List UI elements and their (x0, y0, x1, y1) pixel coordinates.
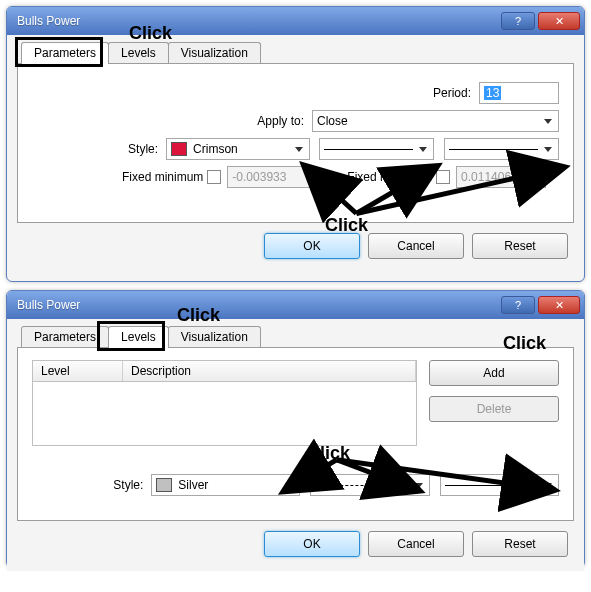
help-button[interactable]: ? (501, 12, 535, 30)
ok-button[interactable]: OK (264, 233, 360, 259)
bulls-power-dialog-parameters: Bulls Power ? ✕ Parameters Levels Visual… (6, 6, 585, 282)
style-line-select[interactable] (310, 474, 429, 496)
dialog-buttons: OK Cancel Reset (17, 223, 574, 263)
style-width-select[interactable] (440, 474, 559, 496)
levels-grid-header: Level Description (32, 360, 417, 382)
fixed-min-checkbox[interactable] (207, 170, 221, 184)
delete-button[interactable]: Delete (429, 396, 559, 422)
period-value: 13 (484, 86, 501, 100)
style-color-swatch (171, 142, 187, 156)
close-button[interactable]: ✕ (538, 296, 580, 314)
highlight-parameters-tab (15, 37, 103, 67)
window-title: Bulls Power (17, 14, 501, 28)
period-label: Period: (419, 86, 479, 100)
window-title: Bulls Power (17, 298, 501, 312)
reset-button[interactable]: Reset (472, 233, 568, 259)
parameters-panel: Period: 13 Apply to: Close Style: Crimso… (17, 63, 574, 223)
style-color-swatch (156, 478, 172, 492)
add-button[interactable]: Add (429, 360, 559, 386)
tab-parameters[interactable]: Parameters (21, 326, 109, 348)
ok-button[interactable]: OK (264, 531, 360, 557)
annotation-click-tab: Click (129, 23, 172, 44)
titlebar[interactable]: Bulls Power ? ✕ (7, 7, 584, 35)
close-button[interactable]: ✕ (538, 12, 580, 30)
reset-button[interactable]: Reset (472, 531, 568, 557)
cancel-button[interactable]: Cancel (368, 531, 464, 557)
tab-visualization[interactable]: Visualization (168, 42, 261, 64)
line-width-icon (449, 149, 538, 150)
style-label: Style: (32, 142, 166, 156)
fixed-min-label: Fixed minimum (122, 170, 203, 184)
bulls-power-dialog-levels: Bulls Power ? ✕ Parameters Levels Visual… (6, 290, 585, 568)
style-width-select[interactable] (444, 138, 559, 160)
fixed-max-label: Fixed maximum (347, 170, 432, 184)
style-color-select[interactable]: Silver (151, 474, 300, 496)
style-label: Style: (32, 478, 151, 492)
levels-panel: Level Description Add Delete Style: Silv… (17, 347, 574, 521)
cancel-button[interactable]: Cancel (368, 233, 464, 259)
applyto-select[interactable]: Close (312, 110, 559, 132)
line-sample-icon (324, 149, 413, 150)
levels-grid-body[interactable] (32, 382, 417, 446)
line-dash-icon (315, 485, 408, 486)
tab-strip: Parameters Levels Visualization (21, 41, 574, 63)
applyto-label: Apply to: (32, 114, 312, 128)
fixed-max-input[interactable]: 0.011406 (456, 166, 546, 188)
annotation-click-style: Click (307, 443, 350, 464)
col-description: Description (123, 361, 416, 381)
applyto-value: Close (317, 114, 348, 128)
style-color-name: Silver (178, 478, 208, 492)
help-button[interactable]: ? (501, 296, 535, 314)
annotation-click-add: Click (503, 333, 546, 354)
dialog-buttons: OK Cancel Reset (17, 521, 574, 561)
style-line-select[interactable] (319, 138, 434, 160)
titlebar[interactable]: Bulls Power ? ✕ (7, 291, 584, 319)
period-input[interactable]: 13 (479, 82, 559, 104)
tab-visualization[interactable]: Visualization (168, 326, 261, 348)
annotation-click-style: Click (325, 215, 368, 236)
style-color-select[interactable]: Crimson (166, 138, 310, 160)
line-width-icon (445, 485, 538, 486)
col-level: Level (33, 361, 123, 381)
highlight-levels-tab (97, 321, 165, 351)
help-icon: ? (515, 15, 521, 27)
fixed-min-input[interactable]: -0.003933 (227, 166, 317, 188)
style-color-name: Crimson (193, 142, 238, 156)
close-icon: ✕ (555, 15, 564, 28)
close-icon: ✕ (555, 299, 564, 312)
annotation-click-tab: Click (177, 305, 220, 326)
help-icon: ? (515, 299, 521, 311)
fixed-max-checkbox[interactable] (436, 170, 450, 184)
tab-levels[interactable]: Levels (108, 42, 169, 64)
